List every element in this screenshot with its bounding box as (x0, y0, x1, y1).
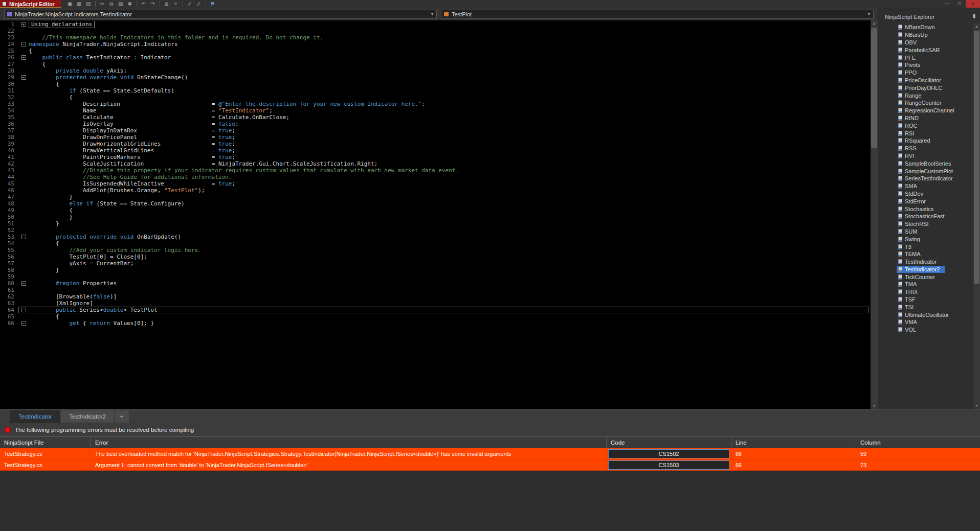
collapse-region-icon[interactable]: − (21, 42, 26, 47)
code-line[interactable]: 55 //Add your custom indicator logic her… (0, 247, 871, 253)
code-line[interactable]: 65 { (0, 313, 871, 320)
member-selector-dropdown[interactable]: TestPlot ▾ (441, 10, 874, 19)
code-line[interactable]: 37 DisplayInDataBox = true; (0, 127, 871, 134)
explorer-item-stochrsi[interactable]: StochRSI (897, 220, 933, 228)
explorer-item-stddev[interactable]: StdDev (897, 190, 928, 198)
code-line[interactable]: 54 { (0, 240, 871, 247)
code-line[interactable]: 62 [Browsable(false)] (0, 293, 871, 300)
code-line[interactable]: 40 DrawVerticalGridLines = true; (0, 147, 871, 154)
paste-icon[interactable]: ▧ (117, 1, 125, 7)
column-header-column[interactable]: Column (856, 437, 980, 448)
explorer-item-sma[interactable]: SMA (897, 182, 922, 190)
save-icon[interactable]: ▣ (66, 1, 74, 7)
cut-icon[interactable]: ✂ (98, 1, 106, 7)
column-header-line[interactable]: Line (731, 437, 856, 448)
column-header-code[interactable]: Code (607, 437, 731, 448)
code-line[interactable]: 64− public Series<double> TestPlot (0, 307, 871, 313)
code-line[interactable]: 24−namespace NinjaTrader.NinjaScript.Ind… (0, 41, 871, 48)
code-line[interactable]: 63 [XmlIgnore] (0, 300, 871, 307)
delete-icon[interactable]: ✖ (126, 1, 134, 7)
scroll-up-icon[interactable]: ▲ (871, 20, 878, 27)
code-line[interactable]: 35 Calculate = Calculate.OnBarClose; (0, 114, 871, 121)
collapse-region-icon[interactable]: − (21, 308, 26, 312)
code-line[interactable]: 52 (0, 227, 871, 234)
code-line[interactable]: 46 AddPlot(Brushes.Orange, "TestPlot"); (0, 187, 871, 194)
code-line[interactable]: 29− protected override void OnStateChang… (0, 74, 871, 81)
scroll-up-icon[interactable]: ▲ (973, 24, 980, 30)
column-header-error[interactable]: Error (91, 437, 607, 448)
explorer-item-rss[interactable]: RSS (897, 145, 922, 152)
comment-selection-icon[interactable]: ∕∕ (186, 1, 194, 7)
close-button[interactable]: × (966, 0, 980, 8)
code-line[interactable]: 25{ (0, 48, 871, 54)
save-all-icon[interactable]: ▦ (75, 1, 83, 7)
explorer-item-rsquared[interactable]: RSquared (897, 137, 936, 145)
explorer-scrollbar-thumb[interactable] (974, 31, 979, 284)
explorer-item-pfe[interactable]: PFE (897, 54, 921, 61)
code-line[interactable]: 22 (0, 28, 871, 34)
code-line[interactable]: 44 //See Help Guide for additional infor… (0, 174, 871, 180)
format-document-icon[interactable]: ≣ (163, 1, 171, 7)
explorer-item-trix[interactable]: TRIX (897, 288, 923, 296)
code-line[interactable]: 51 } (0, 220, 871, 227)
explorer-item-nbarsdown[interactable]: NBarsDown (897, 24, 940, 31)
code-line[interactable]: 23 //This namespace holds Indicators in … (0, 34, 871, 41)
explorer-item-vma[interactable]: VMA (897, 318, 922, 326)
code-line[interactable]: 49 { (0, 207, 871, 214)
collapse-region-icon[interactable]: − (21, 55, 26, 60)
explorer-item-tma[interactable]: TMA (897, 281, 922, 288)
collapse-region-icon[interactable]: − (21, 281, 26, 286)
explorer-item-seriestestindicator[interactable]: SeriesTestIndicator (897, 175, 958, 182)
explorer-item-tema[interactable]: TEMA (897, 250, 926, 258)
code-line[interactable]: 30 { (0, 81, 871, 87)
explorer-item-ultimateoscillator[interactable]: UltimateOscillator (897, 311, 954, 318)
code-line[interactable]: 57 yAxis = CurrentBar; (0, 260, 871, 267)
explorer-scrollbar[interactable]: ▲ ▼ (973, 24, 980, 409)
error-row[interactable]: TestStrategy.csThe best overloaded metho… (0, 448, 980, 459)
new-tab-button[interactable]: + (115, 410, 129, 423)
type-selector-dropdown[interactable]: NinjaTrader.NinjaScript.Indicators.TestI… (4, 10, 437, 19)
minimize-button[interactable]: — (941, 0, 953, 8)
error-row[interactable]: TestStrategy.csArgument 1: cannot conver… (0, 459, 980, 471)
editor-scrollbar-thumb[interactable] (871, 28, 877, 148)
compile-icon[interactable]: ⚑ (209, 1, 217, 7)
explorer-item-ppo[interactable]: PPO (897, 69, 922, 77)
undo-icon[interactable]: ↶ (140, 1, 148, 7)
redo-icon[interactable]: ↷ (149, 1, 157, 7)
explorer-item-roc[interactable]: ROC (897, 122, 922, 129)
editor-scrollbar[interactable]: ▲ ▼ (871, 20, 878, 409)
code-line[interactable]: 58 } (0, 267, 871, 273)
explorer-item-stderror[interactable]: StdError (897, 197, 931, 205)
code-line[interactable]: 1+Using declarations (0, 21, 871, 28)
code-line[interactable]: 48 else if (State == State.Configure) (0, 200, 871, 207)
explorer-item-testindicator[interactable]: TestIndicator (897, 258, 942, 266)
explorer-item-rsi[interactable]: RSI (897, 129, 919, 137)
code-line[interactable]: 34 Name = "TestIndicator"; (0, 107, 871, 114)
explorer-item-testindicator2[interactable]: TestIndicator2 (897, 266, 945, 273)
explorer-item-vol[interactable]: VOL (897, 326, 921, 334)
explorer-item-nbarsup[interactable]: NBarsUp (897, 31, 933, 39)
collapse-region-icon[interactable]: − (21, 321, 26, 326)
explorer-item-parabolicsar[interactable]: ParabolicSAR (897, 46, 945, 54)
code-line[interactable]: 47 } (0, 194, 871, 200)
copy-icon[interactable]: ⧉ (107, 1, 116, 7)
code-line[interactable]: 26− public class TestIndicator : Indicat… (0, 54, 871, 61)
code-line[interactable]: 53− protected override void OnBarUpdate(… (0, 234, 871, 240)
column-header-ninjascript-file[interactable]: NinjaScript File (0, 437, 91, 448)
explorer-item-priordayohlc[interactable]: PriorDayOHLC (897, 84, 947, 91)
code-line[interactable]: 38 DrawOnPricePanel = true; (0, 134, 871, 141)
explorer-item-tsf[interactable]: TSF (897, 296, 921, 304)
explorer-item-regressionchannel[interactable]: RegressionChannel (897, 107, 960, 114)
explorer-item-priceoscillator[interactable]: PriceOscillator (897, 77, 946, 84)
explorer-item-rvi[interactable]: RVI (897, 152, 919, 160)
explorer-item-tickcounter[interactable]: TickCounter (897, 273, 940, 281)
explorer-item-range[interactable]: Range (897, 91, 926, 99)
scroll-down-icon[interactable]: ▼ (871, 403, 878, 409)
code-line[interactable]: 56 TestPlot[0] = Close[0]; (0, 253, 871, 260)
code-line[interactable]: 36 IsOverlay = false; (0, 121, 871, 127)
code-line[interactable]: 39 DrawHorizontalGridLines = true; (0, 141, 871, 147)
code-line[interactable]: 32 { (0, 94, 871, 101)
explorer-item-obv[interactable]: OBV (897, 39, 922, 47)
collapse-region-icon[interactable]: − (21, 75, 26, 80)
indent-icon[interactable]: ≡ (172, 1, 180, 7)
